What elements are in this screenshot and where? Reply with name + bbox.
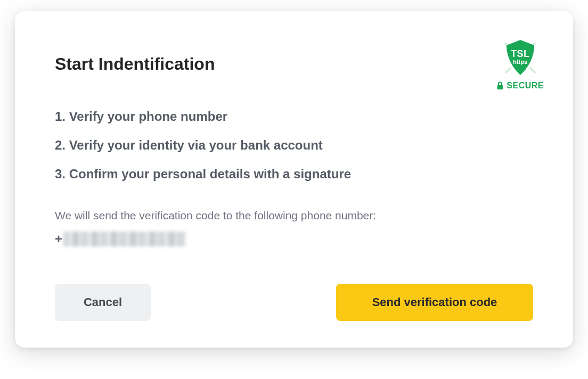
lock-icon	[496, 81, 504, 90]
identification-card: Start Indentification TSL https	[15, 11, 573, 348]
phone-redacted	[63, 232, 186, 246]
description-text: We will send the verification code to th…	[55, 209, 533, 222]
shield-wrapper: TSL https	[500, 37, 541, 79]
svg-rect-4	[497, 85, 503, 89]
shield-text: TSL https	[511, 49, 530, 65]
cancel-button[interactable]: Cancel	[55, 284, 151, 321]
step-item: 2. Verify your identity via your bank ac…	[55, 138, 533, 153]
send-verification-button[interactable]: Send verification code	[336, 284, 533, 321]
step-item: 1. Verify your phone number	[55, 109, 533, 124]
actions-row: Cancel Send verification code	[55, 284, 533, 321]
secure-badge: TSL https SECURE	[496, 37, 544, 90]
secure-label-text: SECURE	[507, 81, 544, 90]
steps-list: 1. Verify your phone number 2. Verify yo…	[55, 109, 533, 182]
shield-line2: https	[511, 59, 530, 65]
secure-label: SECURE	[496, 81, 544, 90]
phone-number-row: +	[55, 232, 533, 246]
phone-prefix: +	[55, 232, 62, 246]
page-title: Start Indentification	[55, 54, 215, 74]
header: Start Indentification	[55, 48, 533, 74]
step-item: 3. Confirm your personal details with a …	[55, 167, 533, 182]
shield-line1: TSL	[511, 49, 530, 59]
